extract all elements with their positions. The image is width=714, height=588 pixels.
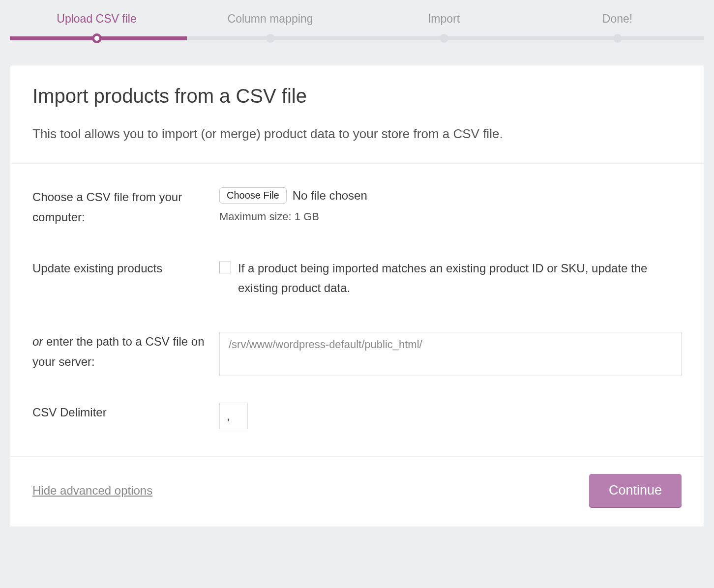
- choose-file-label: Choose a CSV file from your computer:: [32, 187, 219, 228]
- progress-bar: [10, 36, 704, 40]
- update-existing-description: If a product being imported matches an e…: [238, 259, 682, 299]
- choose-file-row: Choose a CSV file from your computer: Ch…: [32, 178, 682, 236]
- server-path-row: or enter the path to a CSV file on your …: [32, 307, 682, 388]
- choose-file-button[interactable]: Choose File: [219, 187, 287, 204]
- update-existing-row: Update existing products If a product be…: [32, 236, 682, 308]
- progress-dot-2: [266, 34, 275, 43]
- update-existing-checkbox[interactable]: [219, 262, 231, 273]
- update-existing-label: Update existing products: [32, 259, 219, 279]
- card-header: Import products from a CSV file This too…: [10, 65, 704, 164]
- progress-dot-3: [440, 34, 448, 43]
- progress-dot-1: [92, 33, 102, 43]
- step-import[interactable]: Import: [357, 12, 531, 36]
- hide-advanced-options-link[interactable]: Hide advanced options: [32, 484, 152, 498]
- progress-dot-4: [613, 34, 622, 43]
- card-body: Choose a CSV file from your computer: Ch…: [10, 164, 704, 456]
- progress-stepper: Upload CSV file Column mapping Import Do…: [0, 0, 714, 40]
- file-chosen-status: No file chosen: [293, 189, 367, 203]
- card-footer: Hide advanced options Continue: [10, 456, 704, 527]
- continue-button[interactable]: Continue: [589, 474, 682, 507]
- delimiter-label: CSV Delimiter: [32, 403, 219, 423]
- max-size-hint: Maximum size: 1 GB: [219, 210, 682, 223]
- page-title: Import products from a CSV file: [32, 85, 682, 107]
- import-card: Import products from a CSV file This too…: [10, 65, 704, 527]
- page-description: This tool allows you to import (or merge…: [32, 124, 682, 144]
- server-path-label: or enter the path to a CSV file on your …: [32, 332, 219, 372]
- delimiter-row: CSV Delimiter: [32, 388, 682, 444]
- step-done[interactable]: Done!: [531, 12, 704, 36]
- step-upload-csv[interactable]: Upload CSV file: [10, 12, 183, 36]
- server-path-input[interactable]: [219, 332, 682, 376]
- delimiter-input[interactable]: [219, 403, 248, 429]
- step-column-mapping[interactable]: Column mapping: [183, 12, 357, 36]
